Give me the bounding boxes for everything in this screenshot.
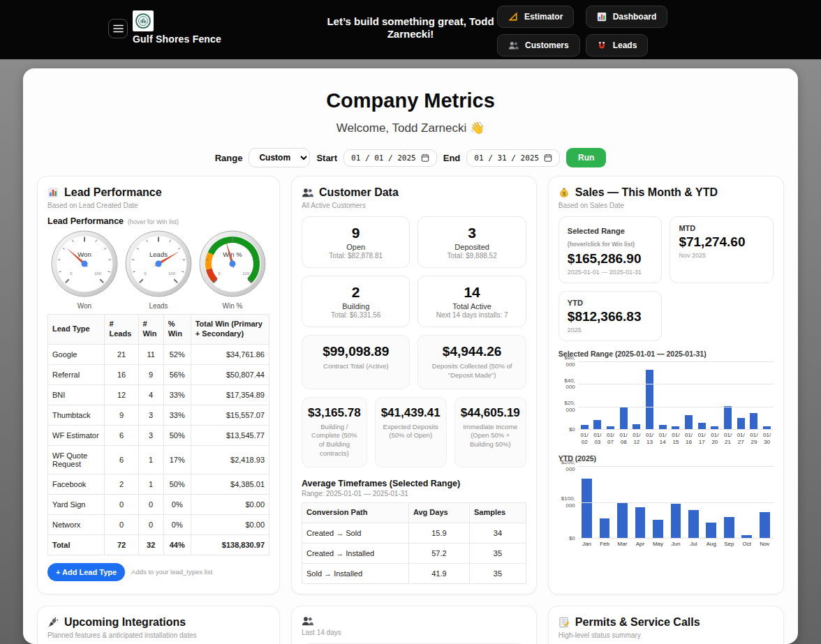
gridline [578,538,774,539]
start-date-input[interactable]: 01 / 01 / 2025 [343,149,437,167]
x-tick-label: Nov [756,541,774,548]
y-tick-label: $20, 000 [559,400,575,414]
nav-dashboard-button[interactable]: Dashboard [586,6,668,28]
permits-title: Permits & Service Calls [559,616,774,629]
money-bag-icon: $ [559,187,570,198]
people-icon [302,616,313,626]
gridline [578,407,774,407]
selected-range-chart: Selected Range (2025-01-01 — 2025-01-31)… [559,350,774,446]
y-tick-label: $0 [559,426,575,433]
selected-range-stat[interactable]: Selected Range (hover/click for Win list… [559,216,663,283]
x-tick-label: 01/ 12 [630,432,644,446]
permits-subtitle: High-level status summary [559,631,774,639]
table-row: WF Estimator 6 3 50% $13,545.77 [48,425,269,445]
sales-subtitle: Based on Sales Date [559,202,774,209]
stat-value: 3 [424,225,519,241]
permits-card: Permits & Service Calls High-level statu… [548,606,784,644]
main-container: Company Metrics Welcome, Todd Zarnecki 👋… [23,68,798,644]
people-icon [302,188,313,197]
main-nav: Estimator Dashboard Customers Leads [497,6,667,57]
column-header: Samples [469,502,526,523]
table-row: Created → Sold 15.9 34 [302,523,526,543]
bar [671,504,681,538]
range-select[interactable]: Custom [249,148,310,167]
stat-label: Open [308,243,404,251]
end-label: End [443,153,461,163]
money-value: $41,439.41 [381,406,441,420]
table-row: Google 21 11 52% $34,761.86 [48,344,269,364]
money-box: $99,098.89 Contract Total (Active) [302,335,410,389]
svg-text:100: 100 [168,271,176,276]
timeframes-range: Range: 2025-01-01 — 2025-01-31 [302,490,526,497]
bar [582,479,592,538]
nav-leads-button[interactable]: Leads [586,34,649,57]
messages-card: Last 14 days KEITHM Brisbane � Nov 24, 2… [291,606,537,644]
bar [688,510,699,538]
bar [724,517,734,538]
bar [724,406,732,429]
stat-value: 9 [308,225,404,241]
timeframes-header-row: Conversion PathAvg DaysSamples [302,502,526,523]
timeframes-table: Conversion PathAvg DaysSamples Created →… [302,502,526,584]
selected-range-hint: (hover/click for Win list) [568,241,635,248]
money-value: $99,098.89 [308,344,404,359]
x-tick-label: 01/ 03 [591,432,605,446]
money-value: $4,944.26 [424,344,519,359]
svg-text:Won: Won [77,250,91,258]
gauge-caption: Leads [121,302,195,310]
range-controls: Range Custom Start 01 / 01 / 2025 End 01… [37,148,784,167]
end-date-input[interactable]: 01 / 31 / 2025 [466,149,560,167]
header-tagline: Let’s build something great, Todd Zarnec… [306,15,515,40]
ruler-icon [508,12,518,22]
money-label: Building / Complete (50% of Building con… [308,423,361,458]
stat-box: 2 Building Total: $6,331.56 [302,276,410,327]
add-lead-type-button[interactable]: + Add Lead Type [47,563,125,581]
range-label: Range [215,153,243,163]
money-value: $3,165.78 [308,406,361,420]
cards-grid: Lead Performance Based on Lead Created D… [37,176,784,644]
gauge-won: Won0100Won [47,229,121,310]
customer-data-card: Customer Data All Active Customers 9 Ope… [291,176,537,594]
table-row: Sold → Installed 41.9 35 [302,563,526,583]
stat-label: Total Active [424,302,519,310]
ytd-stat: YTD $812,366.83 2025 [559,291,663,341]
sales-card: $ Sales — This Month & YTD Based on Sale… [548,176,784,594]
customer-stats: 9 Open Total: $82,878.81 3 Deposited Tot… [302,216,526,327]
stat-box: 9 Open Total: $82,878.81 [302,216,410,268]
svg-text:Leads: Leads [149,250,168,258]
gauge-caption: Win % [195,302,269,310]
x-tick-label: 01/ 20 [709,432,722,446]
menu-button[interactable] [108,19,128,38]
plot-area [578,361,774,430]
table-row: BNI 12 4 33% $17,354.89 [48,384,269,405]
money-label: Expected Deposits (50% of Open) [381,423,441,441]
bar [698,423,706,429]
lead-performance-card: Lead Performance Based on Lead Created D… [37,176,280,594]
bar [620,407,628,429]
run-button[interactable]: Run [566,148,606,167]
magnet-icon [597,40,607,50]
y-axis: $200, 000$100, 000$0 [559,466,578,539]
bar [685,415,693,429]
lead-gauges: Won0100WonLeads0100LeadsWin %0100Win % [47,229,269,310]
x-tick-label: 01/ 14 [656,432,670,446]
nav-estimator-button[interactable]: Estimator [497,6,574,28]
nav-customers-button[interactable]: Customers [497,34,580,57]
column-header: Lead Type [48,315,105,345]
ytd-value: $812,366.83 [568,309,653,324]
bar [635,507,646,538]
x-tick-label: Mar [614,541,631,548]
customer-data-subtitle: All Active Customers [302,202,526,209]
customer-data-title: Customer Data [302,186,526,199]
money-box: $4,944.26 Deposits Collected (50% of "De… [417,335,526,389]
x-tick-label: 01/ 27 [734,432,748,446]
x-tick-label: 01/ 30 [760,432,774,446]
bar [653,520,663,538]
column-header: Avg Days [408,502,469,523]
plug-icon [47,617,59,628]
x-tick-label: Aug [702,541,720,548]
svg-text:100: 100 [242,271,250,276]
ytd-period: 2025 [568,327,653,334]
hamburger-icon [113,24,124,33]
column-header: % Win [163,315,191,345]
